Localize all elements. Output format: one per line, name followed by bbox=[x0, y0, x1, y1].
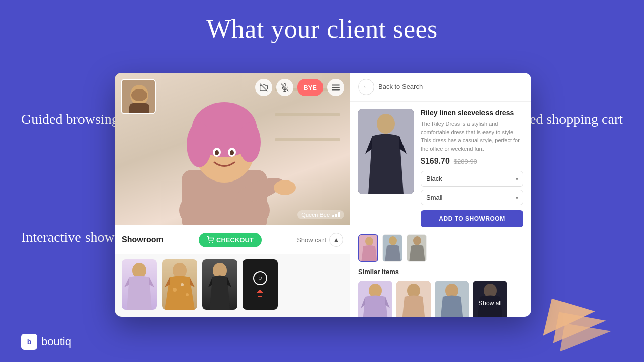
svg-point-9 bbox=[238, 122, 261, 162]
decorative-triangles bbox=[536, 290, 616, 357]
product-description: The Riley Dress is a stylish and comfort… bbox=[421, 120, 523, 153]
show-all-label: Show all bbox=[478, 300, 501, 307]
color-select-wrapper: Black White Navy ▾ bbox=[421, 171, 523, 187]
svg-rect-19 bbox=[129, 103, 149, 114]
svg-point-32 bbox=[181, 283, 184, 286]
camera-off-button[interactable] bbox=[255, 79, 272, 96]
showroom-item-active[interactable]: ○ 🗑 bbox=[243, 259, 278, 310]
similar-item-1[interactable] bbox=[358, 281, 392, 317]
svg-point-40 bbox=[389, 236, 397, 245]
bottom-bar: Showroom CHECKOUT Show cart ▲ bbox=[115, 225, 350, 254]
product-thumb-1[interactable] bbox=[358, 234, 378, 262]
svg-point-36 bbox=[377, 114, 395, 134]
mic-off-button[interactable] bbox=[276, 79, 293, 96]
active-item-circle: ○ bbox=[253, 271, 267, 285]
checkout-button[interactable]: CHECKOUT bbox=[199, 233, 262, 247]
svg-line-20 bbox=[260, 84, 268, 92]
size-select-wrapper: Small XS Medium Large ▾ bbox=[421, 190, 523, 205]
svg-point-28 bbox=[212, 242, 213, 243]
svg-rect-25 bbox=[332, 87, 340, 88]
menu-button[interactable] bbox=[327, 79, 344, 96]
thumbnail-camera bbox=[121, 79, 156, 114]
label-guided-browsing: Guided browsing bbox=[21, 111, 119, 128]
similar-items-section: Similar Items bbox=[350, 268, 531, 317]
cart-chevron-button[interactable]: ▲ bbox=[329, 233, 343, 247]
svg-rect-26 bbox=[332, 89, 340, 90]
video-area: BYE Queen Bee bbox=[115, 73, 350, 225]
svg-point-15 bbox=[274, 180, 296, 195]
showroom-item-1[interactable] bbox=[122, 259, 157, 310]
back-button[interactable]: ← bbox=[358, 79, 374, 95]
signal-indicator bbox=[332, 212, 340, 217]
similar-item-3[interactable] bbox=[435, 281, 469, 317]
video-controls: BYE bbox=[255, 79, 344, 96]
main-video-person bbox=[144, 79, 305, 225]
brand-name: boutiq bbox=[41, 335, 71, 348]
showroom-items-row: ○ 🗑 bbox=[115, 254, 350, 317]
svg-point-8 bbox=[187, 122, 212, 167]
svg-point-33 bbox=[186, 293, 189, 296]
show-cart-button[interactable]: Show cart bbox=[297, 236, 326, 244]
svg-point-13 bbox=[230, 150, 234, 155]
price-row: $169.70 $289.90 bbox=[421, 157, 523, 166]
showroom-item-3[interactable] bbox=[202, 259, 237, 310]
page-title: What your client sees bbox=[0, 0, 644, 44]
back-label: Back to Search bbox=[378, 83, 423, 91]
showroom-label: Showroom bbox=[122, 235, 164, 244]
logo-icon: b bbox=[21, 334, 37, 350]
similar-items-grid: Show all bbox=[358, 281, 523, 317]
ui-wrapper: BYE Queen Bee bbox=[115, 73, 531, 317]
product-main-image bbox=[358, 109, 414, 194]
thumbnail-person bbox=[122, 80, 155, 113]
delete-item-icon[interactable]: 🗑 bbox=[256, 289, 264, 298]
show-cart-wrapper: Show cart ▲ bbox=[297, 233, 343, 247]
price-current: $169.70 bbox=[421, 157, 450, 166]
logo: b boutiq bbox=[21, 334, 71, 350]
product-thumb-3[interactable] bbox=[407, 234, 427, 262]
add-to-showroom-button[interactable]: ADD TO SHOWROOM bbox=[421, 210, 523, 227]
main-video-bg: BYE Queen Bee bbox=[115, 73, 350, 225]
svg-point-38 bbox=[365, 237, 373, 246]
product-thumb-2[interactable] bbox=[382, 234, 403, 262]
page-background: What your client sees Guided browsing In… bbox=[0, 0, 644, 362]
svg-point-27 bbox=[209, 242, 210, 243]
similar-item-show-all[interactable]: Show all bbox=[473, 281, 507, 317]
svg-point-31 bbox=[173, 288, 177, 292]
product-thumbnail-row bbox=[350, 234, 531, 268]
product-info: Riley linen sleeveless dress The Riley D… bbox=[421, 109, 523, 227]
showroom-item-2[interactable] bbox=[162, 259, 197, 310]
right-panel: ← Back to Search Riley linen bbox=[350, 73, 531, 317]
svg-point-42 bbox=[413, 236, 421, 245]
product-content: Riley linen sleeveless dress The Riley D… bbox=[350, 102, 531, 234]
size-select[interactable]: Small XS Medium Large bbox=[421, 190, 523, 205]
svg-rect-24 bbox=[332, 84, 340, 85]
streamer-name-badge: Queen Bee bbox=[297, 210, 344, 219]
similar-items-title: Similar Items bbox=[358, 268, 523, 276]
svg-point-12 bbox=[215, 150, 219, 155]
product-detail-header: ← Back to Search bbox=[350, 73, 531, 102]
product-name: Riley linen sleeveless dress bbox=[421, 109, 523, 117]
color-select[interactable]: Black White Navy bbox=[421, 171, 523, 187]
bye-button[interactable]: BYE bbox=[297, 79, 323, 96]
price-original: $289.90 bbox=[454, 158, 477, 165]
svg-point-18 bbox=[131, 89, 147, 101]
similar-item-2[interactable] bbox=[396, 281, 431, 317]
left-panel: BYE Queen Bee bbox=[115, 73, 350, 317]
